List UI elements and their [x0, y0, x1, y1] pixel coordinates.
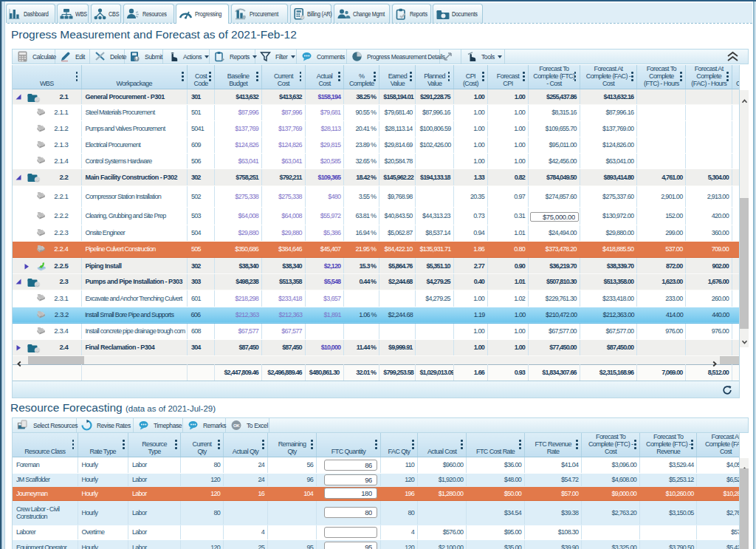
svg-text:OK: OK — [233, 423, 240, 428]
